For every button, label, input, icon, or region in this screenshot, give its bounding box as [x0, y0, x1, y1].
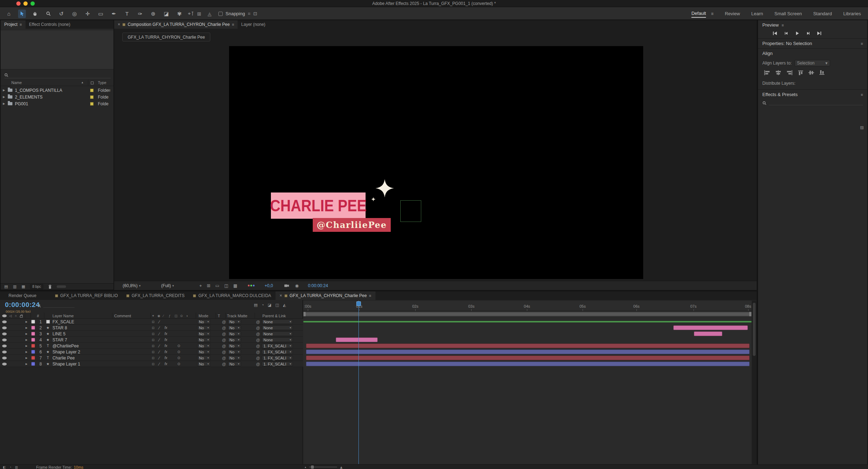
work-area-end-handle[interactable] [749, 312, 751, 316]
project-item-name[interactable]: 1_COMPOS PLANTILLA [15, 87, 86, 94]
grid-option-icon[interactable]: ⊞ [197, 11, 201, 17]
layer-label-color[interactable] [31, 332, 35, 336]
collapse-switch[interactable]: ⊡ [152, 355, 155, 361]
tab-marco-dulceida[interactable]: GFX_LA TURRA_MARCO DULCEIDA [189, 291, 275, 300]
track-matte-pickwhip-icon[interactable]: @ [222, 355, 226, 361]
scrollbar-thumb[interactable] [753, 303, 756, 356]
blend-mode-select[interactable]: No▾ [197, 344, 211, 348]
layer-visibility-toggle[interactable] [2, 363, 7, 365]
folder-twirl-icon[interactable]: ▶ [3, 94, 5, 100]
layer-name[interactable]: Charlie Pee [52, 355, 110, 361]
layer-visibility-toggle[interactable] [2, 357, 7, 359]
camera-tool[interactable]: ◎ [71, 10, 78, 18]
layer-twirl-icon[interactable]: ▶ [26, 337, 27, 343]
layer-label-color[interactable] [31, 338, 35, 342]
workspace-standard[interactable]: Standard [813, 10, 832, 17]
track-matte-pickwhip-icon[interactable]: @ [222, 331, 226, 337]
track-matte-select[interactable]: No▾ [228, 319, 241, 324]
mini-flowchart-icon[interactable]: ▤ [254, 303, 257, 307]
collapse-switch[interactable]: ⊡ [152, 325, 155, 331]
snapping-checkbox[interactable] [218, 12, 223, 16]
parent-link-select[interactable]: None▾ [262, 331, 293, 336]
layer-label-color[interactable] [31, 350, 35, 354]
exposure-value[interactable]: +0,0 [265, 283, 273, 288]
last-frame-button[interactable] [816, 31, 822, 35]
sort-ascending-icon[interactable]: ▴ [82, 80, 83, 84]
layer-row[interactable]: ▶ 5 T @CharliiePee ⊡ ∕ fx ⊙ No▾ @ No▾ @ … [0, 343, 752, 349]
align-left-button[interactable] [764, 70, 770, 75]
collapse-switch[interactable]: ⊡ [152, 319, 155, 325]
tab-effect-controls[interactable]: Effect Controls (none) [26, 20, 74, 29]
shape-tool[interactable]: ▭ [97, 10, 105, 18]
tab-credits[interactable]: GFX_LA TURRA_CREDITS [122, 291, 189, 300]
track-matte-select[interactable]: No▾ [228, 362, 241, 366]
effects-switch[interactable]: fx [165, 337, 167, 343]
track-matte-select[interactable]: No▾ [228, 331, 241, 336]
channel-select-icon[interactable] [248, 285, 255, 286]
layer-duration-bar[interactable] [306, 362, 750, 366]
current-timecode[interactable]: 0:00:00:24 [5, 301, 40, 309]
column-type[interactable]: Type [98, 80, 106, 85]
layer-twirl-icon[interactable]: ▶ [26, 349, 27, 355]
layer-twirl-icon[interactable]: ▶ [26, 361, 27, 367]
track-matte-pickwhip-icon[interactable]: @ [222, 319, 226, 325]
layer-name[interactable]: LINE 5 [52, 331, 110, 337]
layer-twirl-icon[interactable]: ▶ [26, 343, 27, 349]
home-button[interactable]: ⌂ [5, 10, 13, 18]
subtitle-layer[interactable]: @CharliiePee [313, 218, 391, 232]
timeline-zoom-slider[interactable] [309, 467, 337, 468]
draft-3d-icon[interactable]: ◔ [261, 303, 264, 307]
effects-search[interactable] [758, 99, 867, 105]
parent-pickwhip-icon[interactable]: @ [256, 325, 260, 331]
tab-composition[interactable]: × Composition GFX_LA TURRA_CHYRON_Charli… [114, 20, 238, 29]
layer-row[interactable]: ▶ 3 ★ LINE 5 ⊡ ∕ fx ⊙ No▾ @ No▾ @ None▾ [0, 331, 752, 337]
next-frame-button[interactable] [805, 31, 811, 35]
folder-twirl-icon[interactable]: ▶ [3, 87, 5, 94]
zoom-in-mountain-icon[interactable]: ▲ [339, 465, 343, 469]
label-color-chip[interactable] [90, 89, 94, 92]
layer-row[interactable]: ▶ 8 ★ Shape Layer 1 ⊡ ∕ fx ⊙ No▾ @ No▾ @… [0, 361, 752, 367]
project-row[interactable]: ▶ 2_ELEMENTS Folde [1, 94, 113, 100]
layer-visibility-toggle[interactable] [2, 351, 7, 353]
timeline-panel-menu-icon[interactable]: ≡ [369, 294, 371, 298]
composition-breadcrumb[interactable]: GFX_LA TURRA_CHYRON_Charlie Pee [122, 33, 210, 41]
column-comment[interactable]: Comment [114, 313, 131, 319]
layer-visibility-toggle[interactable] [2, 345, 7, 347]
workspace-default[interactable]: Default [691, 10, 706, 18]
pan-behind-tool[interactable]: ✛ [84, 10, 91, 18]
quality-switch[interactable]: ∕ [159, 355, 160, 361]
blend-mode-select[interactable]: No▾ [197, 350, 211, 354]
layer-row[interactable]: ▶ 1 FX_SCALE ⊡ ∕ fx ⊙ No▾ @ No▾ @ None▾ [0, 319, 752, 325]
layer-twirl-icon[interactable]: ▶ [26, 331, 27, 337]
project-row[interactable]: ▶ PG001 Folde [1, 100, 113, 107]
hand-tool[interactable] [31, 10, 39, 18]
parent-link-select[interactable]: None▾ [262, 319, 293, 324]
guides-toggle-icon[interactable]: ⌖ [199, 283, 202, 288]
layer-visibility-toggle[interactable] [2, 339, 7, 341]
parent-pickwhip-icon[interactable]: @ [256, 343, 260, 349]
new-preset-icon[interactable]: ▨ [860, 125, 864, 130]
parent-link-select[interactable]: 1. FX_SCALI▾ [262, 362, 293, 366]
track-matte-select[interactable]: No▾ [228, 344, 241, 348]
expand-layer-switches-icon[interactable]: ◧ [3, 465, 6, 469]
bit-depth-button[interactable]: 8 bpc [30, 284, 43, 289]
track-matte-pickwhip-icon[interactable]: @ [222, 349, 226, 355]
first-frame-button[interactable] [772, 31, 778, 35]
transfer-controls-icon[interactable]: ▥ [15, 465, 18, 469]
layer-duration-bar[interactable] [306, 356, 750, 360]
time-ruler[interactable]: :00s 01s 02s 03s 04s 05s 06s 07s 08s [303, 301, 752, 311]
new-folder-icon[interactable]: ▥ [13, 284, 16, 289]
layer-twirl-icon[interactable]: ▶ [26, 319, 27, 325]
layer-visibility-toggle[interactable] [2, 320, 7, 323]
resolution-select[interactable]: (Full)▾ [161, 283, 174, 288]
parent-link-select[interactable]: 1. FX_SCALI▾ [262, 356, 293, 360]
blend-mode-select[interactable]: No▾ [197, 331, 211, 336]
blend-mode-select[interactable]: No▾ [197, 362, 211, 366]
workspace-review[interactable]: Review [725, 10, 740, 17]
tab-render-queue[interactable]: Render Queue [4, 291, 41, 300]
layer-duration-bar[interactable] [303, 321, 752, 323]
layer-name[interactable]: Shape Layer 1 [52, 361, 110, 367]
zoom-slider-thumb[interactable] [311, 465, 314, 469]
folder-twirl-icon[interactable]: ▶ [3, 100, 5, 107]
quality-switch[interactable]: ∕ [159, 343, 160, 349]
